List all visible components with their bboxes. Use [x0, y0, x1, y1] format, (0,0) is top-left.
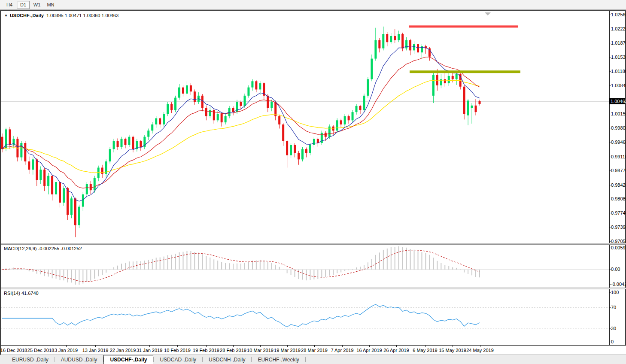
- date-axis-label: 19 Feb 2019: [193, 348, 219, 353]
- price-axis-label: 0.98770: [611, 168, 626, 173]
- toolbar-separator: [59, 1, 59, 9]
- date-axis-label: 22 Jan 2019: [110, 348, 136, 353]
- date-axis-label: 15 May 2019: [439, 348, 466, 353]
- date-tick: [233, 346, 234, 347]
- date-axis-label: 19 Mar 2019: [274, 348, 301, 353]
- price-axis-label: 1.01180: [611, 69, 626, 74]
- cursor-arrow: [485, 12, 491, 15]
- date-axis-label: 13 Jan 2019: [82, 348, 109, 353]
- date-axis[interactable]: 16 Dec 201825 Dec 20183 Jan 201913 Jan 2…: [1, 345, 626, 355]
- macd-axis[interactable]: 0.005970.00-0.00424: [609, 245, 625, 288]
- date-axis-label: 28 Feb 2019: [220, 348, 246, 353]
- price-axis-label: 0.98080: [611, 196, 626, 201]
- date-axis-label: 26 Apr 2019: [383, 348, 409, 353]
- date-tick: [177, 346, 178, 347]
- timeframe-button-w1[interactable]: W1: [30, 1, 43, 9]
- symbol-tab-eurchf[interactable]: EURCHF-,Weekly: [252, 355, 305, 364]
- price-axis-label: 1.02220: [611, 26, 626, 31]
- rsi-axis-label: 100: [611, 290, 619, 295]
- rsi-axis-label: 70: [611, 305, 616, 310]
- price-axis-label: 0.97740: [611, 210, 626, 215]
- current-price-badge: 1.00463: [609, 98, 625, 104]
- rsi-canvas[interactable]: [1, 289, 609, 345]
- date-tick: [66, 346, 67, 347]
- price-axis-label: 0.99800: [611, 125, 626, 130]
- timeframe-toolbar: H4D1W1MN: [0, 0, 626, 10]
- symbol-tab-audusd[interactable]: AUDUSD-,Daily: [55, 355, 103, 364]
- price-axis-label: 0.99460: [611, 140, 626, 145]
- chart-window: ▼USDCHF-,Daily 1.00395 1.00471 1.00360 1…: [0, 10, 626, 355]
- price-axis-label: 0.97390: [611, 224, 626, 230]
- price-axis[interactable]: 1.025601.022201.018701.015301.011801.008…: [609, 11, 625, 243]
- price-axis-label: 1.00150: [611, 111, 626, 116]
- date-tick: [149, 346, 150, 347]
- date-tick: [41, 346, 41, 347]
- date-tick: [287, 346, 288, 347]
- macd-canvas[interactable]: [1, 245, 609, 288]
- date-tick: [14, 346, 14, 347]
- date-axis-label: 16 Apr 2019: [356, 348, 382, 353]
- timeframe-button-d1[interactable]: D1: [17, 1, 30, 9]
- date-axis-label: 31 Jan 2019: [137, 348, 163, 353]
- date-axis-label: 3 Jan 2019: [55, 348, 78, 353]
- date-tick: [396, 346, 397, 347]
- date-tick: [342, 346, 343, 347]
- timeframe-button-h4[interactable]: H4: [3, 1, 16, 9]
- date-axis-label: 7 Apr 2019: [331, 348, 353, 353]
- date-tick: [123, 346, 123, 347]
- price-axis-label: 0.99110: [611, 154, 626, 159]
- symbol-tab-eurusd[interactable]: EURUSD-,Daily: [6, 355, 55, 364]
- date-tick: [425, 346, 425, 347]
- symbol-tab-usdchf[interactable]: USDCHF-,Daily: [103, 355, 153, 364]
- date-axis-label: 24 May 2019: [466, 348, 494, 353]
- rsi-axis[interactable]: 10070300: [609, 289, 625, 345]
- price-axis-label: 1.02560: [611, 12, 626, 17]
- date-tick: [314, 346, 315, 347]
- date-axis-label: 6 May 2019: [413, 348, 437, 353]
- symbol-tab-usdcad[interactable]: USDCAD-,Daily: [154, 355, 202, 364]
- tab-separator: [305, 357, 306, 362]
- rsi-panel[interactable]: RSI(14) 41.6740 10070300: [1, 289, 625, 345]
- macd-panel[interactable]: MACD(12,26,9) -0.002255 -0.001252 0.0059…: [1, 245, 625, 288]
- price-axis-label: 1.01870: [611, 40, 626, 46]
- rsi-axis-label: 30: [611, 326, 616, 331]
- macd-axis-label: -0.00424: [611, 282, 626, 287]
- date-tick: [369, 346, 370, 347]
- macd-axis-label: 0.00597: [611, 245, 626, 250]
- collapse-arrow-icon[interactable]: ▼: [4, 14, 8, 18]
- symbol-tab-usdcnh[interactable]: USDCNH-,Daily: [203, 355, 251, 364]
- macd-label: MACD(12,26,9) -0.002255 -0.001252: [4, 246, 82, 251]
- price-panel[interactable]: ▼USDCHF-,Daily 1.00395 1.00471 1.00360 1…: [1, 11, 625, 243]
- date-tick: [206, 346, 207, 347]
- price-chart-canvas[interactable]: [1, 11, 609, 243]
- date-tick: [260, 346, 261, 347]
- date-tick: [95, 346, 96, 347]
- chart-symbol-label: USDCHF-,Daily: [10, 13, 44, 18]
- date-axis-label: 16 Dec 2018: [0, 348, 27, 353]
- symbol-tabbar: EURUSD-,DailyAUDUSD-,DailyUSDCHF-,DailyU…: [0, 355, 626, 364]
- date-axis-label: 10 Mar 2019: [247, 348, 273, 353]
- date-tick: [453, 346, 453, 347]
- chart-title: ▼USDCHF-,Daily 1.00395 1.00471 1.00360 1…: [4, 13, 119, 18]
- date-axis-label: 28 Mar 2019: [301, 348, 328, 353]
- timeframe-button-mn[interactable]: MN: [44, 1, 57, 9]
- date-axis-label: 25 Dec 2018: [27, 348, 54, 353]
- chart-ohlc-values: 1.00395 1.00471 1.00360 1.00463: [46, 13, 119, 18]
- price-axis-label: 0.98420: [611, 182, 626, 188]
- date-tick: [480, 346, 480, 347]
- price-axis-label: 1.00840: [611, 83, 626, 88]
- rsi-label: RSI(14) 41.6740: [4, 291, 39, 296]
- price-axis-label: 1.01530: [611, 55, 626, 60]
- rsi-axis-label: 0: [611, 339, 614, 344]
- macd-axis-label: 0.00: [611, 267, 620, 272]
- date-axis-label: 10 Feb 2019: [164, 348, 191, 353]
